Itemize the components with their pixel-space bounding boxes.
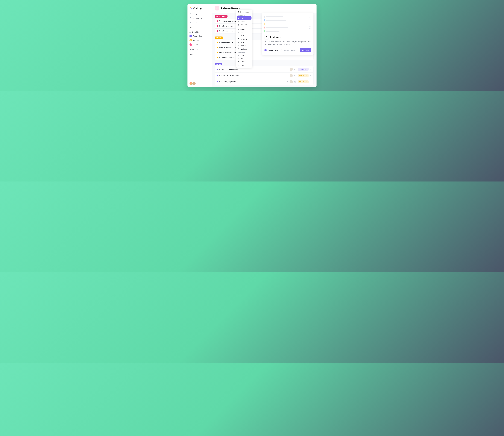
- task-title: Resource allocation: [219, 56, 312, 58]
- page-views-label: PAGE VIEWS: [236, 51, 252, 53]
- mindmap-icon: [238, 38, 239, 40]
- space-label: Clients: [193, 44, 198, 45]
- panel-footer: Personal View Visible to guests Add View: [264, 48, 311, 52]
- preview-row: [264, 30, 311, 32]
- chevron-right-icon: [208, 48, 210, 50]
- view-option-gantt[interactable]: Gantt: [236, 34, 252, 37]
- space-everything-label: Everything: [192, 31, 199, 33]
- svg-rect-6: [238, 32, 238, 32]
- view-option-board[interactable]: Board: [236, 20, 252, 23]
- svg-rect-16: [238, 64, 239, 66]
- group-badge[interactable]: REVIEW: [215, 36, 223, 39]
- flag-icon[interactable]: [310, 81, 312, 82]
- view-option-doc[interactable]: Doc: [236, 57, 252, 60]
- view-option-table[interactable]: Table: [236, 41, 252, 44]
- add-view-button[interactable]: Add View: [300, 48, 311, 52]
- brand-name: ClickUp: [193, 7, 202, 9]
- grid-icon: [238, 32, 239, 33]
- nav-docs[interactable]: Docs: [188, 52, 212, 57]
- space-item[interactable]: CClients: [188, 42, 212, 47]
- board-icon: [238, 21, 239, 22]
- visible-guests-checkbox[interactable]: [281, 49, 283, 51]
- nav-home[interactable]: Home: [188, 12, 212, 16]
- view-name-row: [236, 11, 252, 14]
- nav-dashboards[interactable]: Dashboards: [188, 47, 212, 52]
- spaces-header[interactable]: Spaces: [188, 25, 212, 30]
- task-title: Update key objectives: [219, 81, 284, 83]
- attachment-count: 5: [286, 81, 288, 82]
- task-tag: EXECUTION: [298, 80, 308, 83]
- space-everything[interactable]: Everything: [188, 30, 212, 34]
- status-dot: [217, 30, 218, 32]
- home-icon: [189, 13, 191, 15]
- calendar-icon[interactable]: [294, 68, 296, 70]
- sidebar: ClickUp Home Notifications Goals Spaces …: [188, 4, 212, 87]
- view-option-timeline[interactable]: Timeline: [236, 44, 252, 47]
- svg-rect-4: [239, 21, 239, 21]
- view-name-input[interactable]: [240, 11, 251, 13]
- status-dot: [217, 57, 218, 58]
- table-icon: [238, 42, 239, 43]
- view-option-box[interactable]: Box: [236, 31, 252, 34]
- task-row[interactable]: New contractor agreementPLANNING: [215, 66, 314, 73]
- view-option-chat[interactable]: Chat: [236, 53, 252, 57]
- preview-row: [264, 23, 311, 25]
- personal-view-checkbox[interactable]: [264, 49, 267, 51]
- space-label: Marketing: [193, 39, 200, 41]
- view-option-list[interactable]: List: [237, 17, 252, 20]
- status-dot: [217, 47, 218, 48]
- task-row[interactable]: Refresh company websiteEXECUTION: [215, 73, 314, 79]
- nav-notifications[interactable]: Notifications: [188, 16, 212, 20]
- assignee-avatar[interactable]: [290, 74, 293, 77]
- visible-guests-label: Visible to guests: [284, 49, 296, 51]
- space-item[interactable]: MMarketing: [188, 38, 212, 42]
- caret-down-icon: [196, 83, 197, 84]
- view-option-activity[interactable]: Activity: [236, 27, 252, 31]
- view-option-embed[interactable]: Embed: [236, 60, 252, 63]
- view-option-calendar[interactable]: Calendar: [236, 23, 252, 27]
- clickup-logo-icon: [189, 7, 192, 10]
- calendar-icon[interactable]: [294, 81, 296, 83]
- form-icon: [238, 64, 239, 66]
- view-preview: [264, 16, 311, 32]
- user-avatar-2: [192, 82, 196, 85]
- nav-home-label: Home: [193, 13, 197, 15]
- grid-icon: [189, 32, 191, 33]
- calendar-icon[interactable]: [294, 74, 296, 77]
- hash-icon: [238, 54, 239, 56]
- task-row[interactable]: Update key objectives5 EXECUTION: [215, 79, 314, 85]
- svg-rect-2: [295, 81, 296, 82]
- project-header: Release Project: [212, 4, 316, 13]
- chevron-down-icon: [208, 27, 210, 29]
- svg-rect-1: [295, 75, 296, 76]
- user-switcher[interactable]: S: [189, 82, 197, 85]
- flag-icon[interactable]: [310, 75, 312, 76]
- panel-title: List View: [270, 36, 281, 39]
- assignee-avatar[interactable]: [290, 80, 293, 83]
- space-badge: C: [189, 44, 192, 46]
- list-icon: [238, 11, 239, 13]
- nav-goals[interactable]: Goals: [188, 20, 212, 24]
- svg-rect-5: [238, 24, 239, 25]
- list-view-icon: [264, 35, 269, 39]
- preview-row: [264, 16, 311, 18]
- group-badge[interactable]: ISSUES FOUND: [215, 15, 227, 18]
- primary-nav: Home Notifications Goals: [188, 12, 212, 25]
- assignee-avatar[interactable]: [290, 68, 293, 71]
- preview-row: [264, 19, 311, 21]
- nav-dashboards-label: Dashboards: [189, 48, 198, 50]
- view-option-workload[interactable]: Workload: [236, 47, 252, 51]
- task-row[interactable]: Resource allocation: [215, 55, 314, 60]
- svg-rect-9: [239, 33, 239, 33]
- flag-icon[interactable]: [310, 68, 312, 70]
- svg-rect-0: [295, 69, 296, 70]
- view-option-mindmap[interactable]: Mind Map: [236, 37, 252, 41]
- group-badge[interactable]: READY: [215, 63, 222, 65]
- space-badge: A: [189, 35, 192, 37]
- brand-logo[interactable]: ClickUp: [188, 4, 212, 12]
- status-dot: [217, 81, 218, 82]
- space-item[interactable]: AAgency Ops: [188, 34, 212, 38]
- space-badge: M: [189, 39, 192, 41]
- task-title: New contractor agreement: [219, 68, 288, 70]
- view-option-form[interactable]: Form: [236, 63, 252, 67]
